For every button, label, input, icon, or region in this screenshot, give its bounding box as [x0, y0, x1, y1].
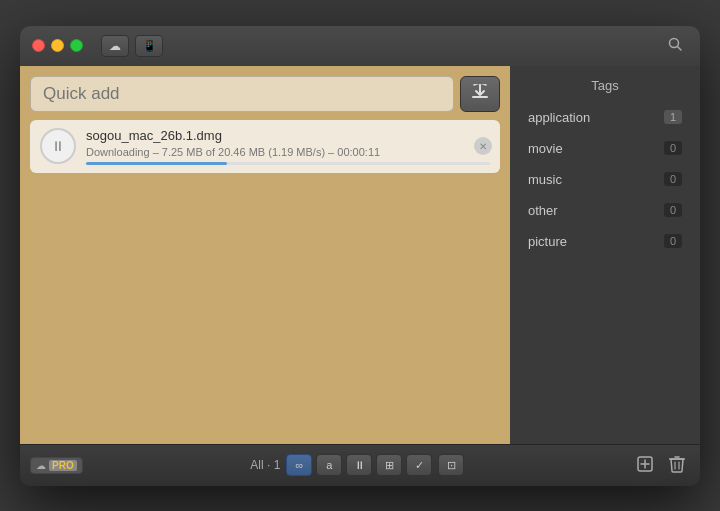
- tag-label-picture: picture: [528, 234, 658, 249]
- close-button[interactable]: [32, 39, 45, 52]
- search-icon: [667, 36, 683, 55]
- add-to-list-button[interactable]: [632, 454, 658, 476]
- svg-line-1: [678, 47, 682, 51]
- titlebar-buttons: ☁ 📱: [101, 35, 163, 57]
- add-icon: [636, 455, 654, 476]
- tags-header: Tags: [520, 78, 690, 93]
- filter-text-button[interactable]: a: [316, 454, 342, 476]
- mobile-icon: 📱: [142, 39, 157, 53]
- filter-grid-button[interactable]: ⊞: [376, 454, 402, 476]
- mobile-button[interactable]: 📱: [135, 35, 163, 57]
- nav-view-button[interactable]: ⊡: [438, 454, 464, 476]
- tag-item-other[interactable]: other 0: [520, 198, 690, 223]
- left-panel: ⏸ sogou_mac_26b.1.dmg Downloading – 7.25…: [20, 66, 510, 444]
- quick-add-input[interactable]: [30, 76, 454, 112]
- filter-pause-button[interactable]: ⏸: [346, 454, 372, 476]
- bottom-bar: ☁ PRO All · 1 ∞ a ⏸ ⊞ ✓ ⊡: [20, 444, 700, 486]
- maximize-button[interactable]: [70, 39, 83, 52]
- right-panel: Tags application 1 movie 0 music 0 other…: [510, 66, 700, 444]
- download-info: sogou_mac_26b.1.dmg Downloading – 7.25 M…: [86, 128, 490, 165]
- main-content: ⏸ sogou_mac_26b.1.dmg Downloading – 7.25…: [20, 66, 700, 444]
- close-icon: ✕: [479, 141, 487, 152]
- pro-badge: ☁ PRO: [30, 457, 83, 474]
- pause-filter-icon: ⏸: [354, 459, 365, 471]
- tag-count-movie: 0: [664, 141, 682, 155]
- filter-done-button[interactable]: ✓: [406, 454, 432, 476]
- tag-item-music[interactable]: music 0: [520, 167, 690, 192]
- tag-label-application: application: [528, 110, 658, 125]
- tag-label-music: music: [528, 172, 658, 187]
- filter-all-button[interactable]: ∞: [286, 454, 312, 476]
- bottom-right-controls: [632, 454, 690, 476]
- tag-count-music: 0: [664, 172, 682, 186]
- minimize-button[interactable]: [51, 39, 64, 52]
- quick-add-row: [30, 76, 500, 112]
- progress-bar-fill: [86, 162, 227, 165]
- download-icon: [471, 84, 489, 103]
- cloud-button[interactable]: ☁: [101, 35, 129, 57]
- cloud-icon: ☁: [109, 39, 121, 53]
- download-status: Downloading – 7.25 MB of 20.46 MB (1.19 …: [86, 146, 490, 158]
- pause-icon: ⏸: [51, 138, 65, 154]
- download-close-button[interactable]: ✕: [474, 137, 492, 155]
- check-icon: ✓: [415, 459, 424, 472]
- tag-label-other: other: [528, 203, 658, 218]
- trash-icon: [669, 455, 685, 476]
- nav-icon: ⊡: [447, 459, 456, 472]
- tag-item-movie[interactable]: movie 0: [520, 136, 690, 161]
- tag-count-other: 0: [664, 203, 682, 217]
- pro-cloud-icon: ☁: [36, 460, 46, 471]
- tag-count-application: 1: [664, 110, 682, 124]
- add-download-button[interactable]: [460, 76, 500, 112]
- tag-item-application[interactable]: application 1: [520, 105, 690, 130]
- progress-bar-container: [86, 162, 490, 165]
- delete-button[interactable]: [664, 454, 690, 476]
- infinity-icon: ∞: [295, 459, 303, 471]
- download-pause-icon[interactable]: ⏸: [40, 128, 76, 164]
- main-window: ☁ 📱: [20, 26, 700, 486]
- download-stats: All · 1: [250, 458, 280, 472]
- grid-icon: ⊞: [385, 459, 394, 472]
- download-filename: sogou_mac_26b.1.dmg: [86, 128, 490, 143]
- tag-label-movie: movie: [528, 141, 658, 156]
- text-icon: a: [326, 459, 332, 471]
- pro-label: PRO: [49, 460, 77, 471]
- tag-item-picture[interactable]: picture 0: [520, 229, 690, 254]
- titlebar: ☁ 📱: [20, 26, 700, 66]
- traffic-lights: [32, 39, 83, 52]
- tag-count-picture: 0: [664, 234, 682, 248]
- search-button[interactable]: [662, 35, 688, 57]
- bottom-controls: ∞ a ⏸ ⊞ ✓: [286, 454, 432, 476]
- download-item: ⏸ sogou_mac_26b.1.dmg Downloading – 7.25…: [30, 120, 500, 173]
